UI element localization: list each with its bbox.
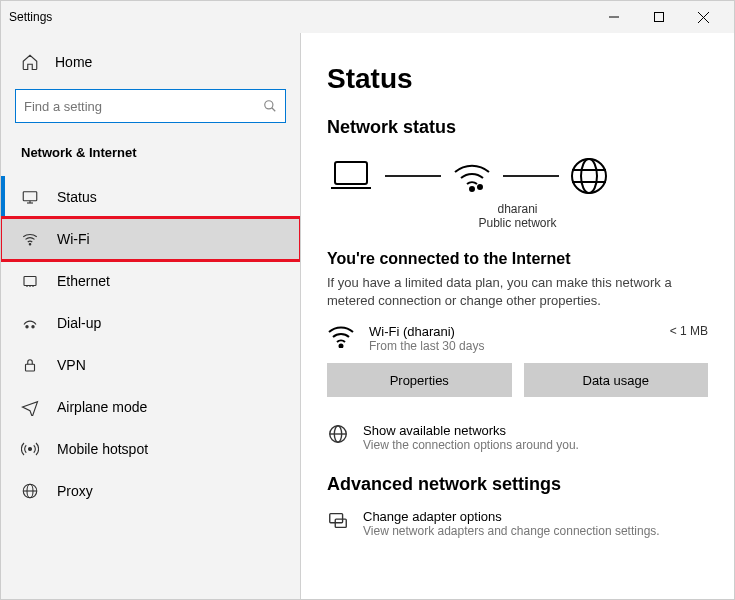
laptop-icon bbox=[327, 158, 375, 194]
sidebar-item-airplane[interactable]: Airplane mode bbox=[1, 386, 300, 428]
sidebar-item-label: Dial-up bbox=[57, 315, 101, 331]
svg-rect-13 bbox=[26, 364, 35, 371]
ethernet-icon bbox=[21, 272, 39, 290]
wifi-diagram-icon bbox=[451, 158, 493, 194]
diagram-line bbox=[385, 175, 441, 177]
adapter-text: Change adapter options View network adap… bbox=[363, 509, 660, 538]
window-title: Settings bbox=[9, 10, 52, 24]
status-icon bbox=[21, 188, 39, 206]
advanced-heading: Advanced network settings bbox=[327, 474, 708, 495]
svg-point-14 bbox=[29, 448, 32, 451]
diagram-line bbox=[503, 175, 559, 177]
svg-rect-10 bbox=[24, 277, 36, 286]
connection-name: Wi-Fi (dharani) bbox=[369, 324, 484, 339]
sidebar-item-hotspot[interactable]: Mobile hotspot bbox=[1, 428, 300, 470]
connection-usage: < 1 MB bbox=[670, 324, 708, 338]
svg-point-25 bbox=[340, 345, 343, 348]
section-subheading: Network status bbox=[327, 117, 708, 138]
svg-point-9 bbox=[29, 244, 31, 246]
svg-point-21 bbox=[572, 159, 606, 193]
home-nav[interactable]: Home bbox=[1, 43, 300, 81]
svg-rect-29 bbox=[330, 514, 343, 523]
globe-diagram-icon bbox=[569, 156, 609, 196]
sidebar-item-dialup[interactable]: Dial-up bbox=[1, 302, 300, 344]
adapter-options-link[interactable]: Change adapter options View network adap… bbox=[327, 509, 708, 538]
home-label: Home bbox=[55, 54, 92, 70]
search-wrap bbox=[1, 81, 300, 135]
proxy-icon bbox=[21, 482, 39, 500]
body: Home Network & Internet Status bbox=[1, 33, 734, 599]
connection-buttons: Properties Data usage bbox=[327, 363, 708, 397]
sidebar-item-label: Wi-Fi bbox=[57, 231, 90, 247]
search-icon bbox=[263, 99, 277, 113]
svg-point-22 bbox=[581, 159, 597, 193]
show-networks-sub: View the connection options around you. bbox=[363, 438, 579, 452]
sidebar-item-wifi[interactable]: Wi-Fi bbox=[1, 218, 300, 260]
globe-icon bbox=[327, 423, 349, 445]
sidebar-section-label: Network & Internet bbox=[1, 135, 300, 176]
dialup-icon bbox=[21, 314, 39, 332]
show-networks-title: Show available networks bbox=[363, 423, 579, 438]
svg-line-5 bbox=[272, 108, 276, 112]
svg-point-20 bbox=[478, 185, 482, 189]
adapter-icon bbox=[327, 509, 349, 531]
vpn-icon bbox=[21, 356, 39, 374]
titlebar: Settings bbox=[1, 1, 734, 33]
show-networks-link[interactable]: Show available networks View the connect… bbox=[327, 423, 708, 452]
diagram-ssid: dharani bbox=[327, 202, 708, 216]
home-icon bbox=[21, 53, 39, 71]
svg-point-11 bbox=[26, 326, 28, 328]
network-diagram bbox=[327, 156, 708, 196]
adapter-sub: View network adapters and change connect… bbox=[363, 524, 660, 538]
settings-window: Settings Home bbox=[0, 0, 735, 600]
window-controls bbox=[591, 1, 726, 33]
svg-point-19 bbox=[470, 187, 474, 191]
connection-sub: From the last 30 days bbox=[369, 339, 484, 353]
svg-rect-6 bbox=[23, 192, 37, 201]
show-networks-text: Show available networks View the connect… bbox=[363, 423, 579, 452]
maximize-button[interactable] bbox=[636, 1, 681, 33]
page-heading: Status bbox=[327, 63, 708, 95]
sidebar-item-label: VPN bbox=[57, 357, 86, 373]
connection-info: Wi-Fi (dharani) From the last 30 days bbox=[369, 324, 484, 353]
connection-wifi-icon bbox=[327, 324, 355, 348]
sidebar-item-vpn[interactable]: VPN bbox=[1, 344, 300, 386]
svg-rect-18 bbox=[335, 162, 367, 184]
properties-button[interactable]: Properties bbox=[327, 363, 512, 397]
connected-title: You're connected to the Internet bbox=[327, 250, 708, 268]
sidebar-item-ethernet[interactable]: Ethernet bbox=[1, 260, 300, 302]
content: Status Network status dharani Public net… bbox=[301, 33, 734, 599]
data-usage-button[interactable]: Data usage bbox=[524, 363, 709, 397]
minimize-button[interactable] bbox=[591, 1, 636, 33]
sidebar-item-label: Mobile hotspot bbox=[57, 441, 148, 457]
hotspot-icon bbox=[21, 440, 39, 458]
sidebar-item-status[interactable]: Status bbox=[1, 176, 300, 218]
sidebar-item-label: Airplane mode bbox=[57, 399, 147, 415]
sidebar-item-label: Ethernet bbox=[57, 273, 110, 289]
wifi-icon bbox=[21, 230, 39, 248]
airplane-icon bbox=[21, 398, 39, 416]
connected-desc: If you have a limited data plan, you can… bbox=[327, 274, 708, 310]
search-box[interactable] bbox=[15, 89, 286, 123]
svg-point-4 bbox=[265, 101, 273, 109]
sidebar-item-label: Proxy bbox=[57, 483, 93, 499]
adapter-title: Change adapter options bbox=[363, 509, 660, 524]
svg-point-12 bbox=[32, 326, 34, 328]
diagram-label: dharani Public network bbox=[327, 202, 708, 230]
sidebar-item-label: Status bbox=[57, 189, 97, 205]
sidebar-item-proxy[interactable]: Proxy bbox=[1, 470, 300, 512]
close-button[interactable] bbox=[681, 1, 726, 33]
diagram-nettype: Public network bbox=[327, 216, 708, 230]
sidebar: Home Network & Internet Status bbox=[1, 33, 301, 599]
search-input[interactable] bbox=[24, 99, 263, 114]
svg-rect-1 bbox=[654, 13, 663, 22]
connection-row: Wi-Fi (dharani) From the last 30 days < … bbox=[327, 324, 708, 353]
